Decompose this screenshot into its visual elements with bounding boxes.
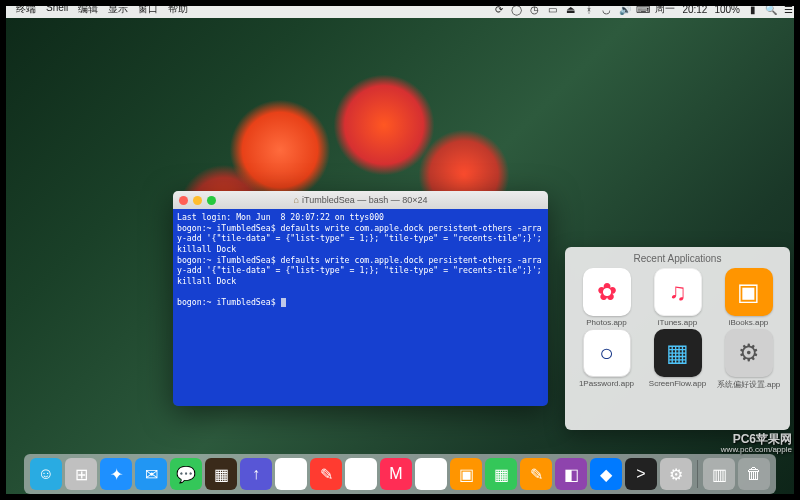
menubar: 终端 Shell 编辑 显示 窗口 帮助 ⟳ ◯ ◷ ▭ ⏏ ᚼ ◡ 🔊 ⌨ 周… [0,0,800,18]
dock-preview[interactable]: ▤ [345,458,377,490]
display-icon[interactable]: ▭ [547,4,558,15]
clock-icon[interactable]: ◷ [529,4,540,15]
app-label: 1Password.app [579,379,634,388]
recent-app-photos[interactable]: ✿Photos.app [573,268,640,327]
wifi-icon[interactable]: ◡ [601,4,612,15]
prompt-2: bogon:~ iTumbledSea$ [177,255,281,265]
eject-icon[interactable]: ⏏ [565,4,576,15]
dock-finder[interactable]: ☺ [30,458,62,490]
menubar-battery[interactable]: 100% [714,4,740,15]
sflow-icon: ▦ [654,329,702,377]
dock-ibooks[interactable]: ◧ [555,458,587,490]
search-icon[interactable]: 🔍 [765,4,776,15]
app-label: ScreenFlow.app [649,379,706,388]
dock-photos[interactable]: ✿ [275,458,307,490]
dock-sysprefs[interactable]: ⚙ [660,458,692,490]
ibooks-icon: ▣ [725,268,773,316]
battery-icon[interactable]: ▮ [747,4,758,15]
keyboard-icon[interactable]: ⌨ [637,4,648,15]
menu-shell[interactable]: Shell [46,2,68,16]
app-label: iTunes.app [658,318,697,327]
dock-upload[interactable]: ↑ [240,458,272,490]
dock-separator [697,460,698,488]
prompt-3: bogon:~ iTumbledSea$ [177,297,281,307]
recent-applications-popover: Recent Applications ✿Photos.app♫iTunes.a… [565,247,790,430]
app-label: Photos.app [586,318,626,327]
dock-launchpad[interactable]: ⊞ [65,458,97,490]
menu-help[interactable]: 帮助 [168,2,188,16]
dock-messages[interactable]: 💬 [170,458,202,490]
dock-itunes[interactable]: ♫ [415,458,447,490]
bluetooth-icon[interactable]: ᚼ [583,4,594,15]
recent-app-ibooks[interactable]: ▣iBooks.app [715,268,782,327]
last-login-line: Last login: Mon Jun 8 20:07:22 on ttys00… [177,212,384,222]
dock-terminal[interactable]: > [625,458,657,490]
notification-icon[interactable]: ☰ [783,4,794,15]
recent-app-sflow[interactable]: ▦ScreenFlow.app [644,329,711,390]
terminal-titlebar[interactable]: ⌂iTumbledSea — bash — 80×24 [173,191,548,209]
menubar-app-name[interactable]: 终端 [16,2,36,16]
dock-trash[interactable]: 🗑 [738,458,770,490]
photos-icon: ✿ [583,268,631,316]
dock: ☺⊞✦✉💬▦↑✿✎▤M♫▣▦✎◧◆>⚙▥🗑 [24,454,776,494]
terminal-title: iTumbledSea — bash — 80×24 [302,195,428,205]
sync-icon[interactable]: ⟳ [493,4,504,15]
close-button[interactable] [179,196,188,205]
dock-recents-stack[interactable]: ▥ [703,458,735,490]
terminal-content[interactable]: Last login: Mon Jun 8 20:07:22 on ttys00… [173,209,548,406]
volume-icon[interactable]: 🔊 [619,4,630,15]
itunes-icon: ♫ [654,268,702,316]
onepass-icon: ○ [583,329,631,377]
dock-mail[interactable]: ✉ [135,458,167,490]
sysprefs-icon: ⚙ [725,329,773,377]
menu-edit[interactable]: 编辑 [78,2,98,16]
recent-app-itunes[interactable]: ♫iTunes.app [644,268,711,327]
dock-minecraft[interactable]: ▦ [205,458,237,490]
menubar-day[interactable]: 周一 [655,2,675,16]
dock-safari[interactable]: ✦ [100,458,132,490]
recent-title: Recent Applications [573,253,782,264]
dock-bear[interactable]: ✎ [310,458,342,490]
recent-app-onepass[interactable]: ○1Password.app [573,329,640,390]
circle-icon[interactable]: ◯ [511,4,522,15]
dock-app1[interactable]: ◆ [590,458,622,490]
app-label: 系统偏好设置.app [717,379,781,390]
prompt-1: bogon:~ iTumbledSea$ [177,223,281,233]
watermark: PC6苹果网 www.pc6.com/apple [721,433,792,455]
dock-books[interactable]: ▣ [450,458,482,490]
app-label: iBooks.app [729,318,769,327]
dock-pages[interactable]: ✎ [520,458,552,490]
menubar-time[interactable]: 20:12 [682,4,707,15]
menu-window[interactable]: 窗口 [138,2,158,16]
minimize-button[interactable] [193,196,202,205]
dock-numbers[interactable]: ▦ [485,458,517,490]
menu-view[interactable]: 显示 [108,2,128,16]
zoom-button[interactable] [207,196,216,205]
cursor [281,298,286,307]
recent-app-sysprefs[interactable]: ⚙系统偏好设置.app [715,329,782,390]
dock-mweb[interactable]: M [380,458,412,490]
terminal-window[interactable]: ⌂iTumbledSea — bash — 80×24 Last login: … [173,191,548,406]
home-icon: ⌂ [294,195,299,205]
watermark-sub: www.pc6.com/apple [721,446,792,455]
